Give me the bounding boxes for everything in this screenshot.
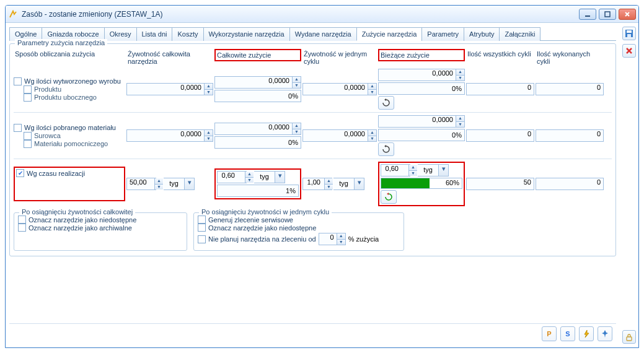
chk-gen-service-order[interactable]: Generuj zlecenie serwisowe [198,216,400,224]
tab-załączniki[interactable]: Załączniki [499,27,540,41]
reset-icon[interactable] [381,190,397,204]
save-button[interactable] [622,27,636,40]
app-icon [8,9,18,19]
reset-icon[interactable] [378,96,394,110]
chk-aux[interactable]: Materiału pomocniczego [24,140,125,148]
reset-icon[interactable] [378,142,394,156]
after-total-group: Po osiągnięciu żywotności całkowitej Ozn… [14,212,187,251]
unit-label: tyg [164,178,185,190]
r2-done-cycles[interactable]: 0 [536,129,604,142]
chk-by-time[interactable]: ✔Wg czasu realizacji [16,169,123,177]
col-total-wear-highlight: Całkowite zużycie [214,49,301,61]
r1-cycle-life[interactable]: 0,0000 [302,83,377,95]
r2-current-wear[interactable]: 0,0000 [378,115,465,128]
r1-all-cycles[interactable]: 0 [466,83,534,95]
chk-no-plan-from[interactable]: Nie planuj narzędzia na zleceniu od [198,235,316,243]
r3-all-cycles[interactable]: 50 [466,178,534,190]
col-all-cycles: Ilość wszystkich cykli [466,49,534,61]
close-button[interactable] [619,9,636,20]
svg-rect-5 [627,337,632,341]
chk-raw[interactable]: Surowca [24,132,125,140]
tab-zużycie-narzędzia[interactable]: Zużycie narzędzia [356,27,423,41]
window-title: Zasób - zostanie zmieniony (ZESTAW_1A) [22,10,579,19]
svg-rect-1 [605,12,610,17]
lightning-button[interactable] [579,326,594,341]
col-current-wear-highlight: Bieżące zużycie [378,49,465,61]
footer-s-button[interactable]: S [560,326,575,341]
titlebar: Zasób - zostanie zmieniony (ZESTAW_1A) [6,6,638,23]
r2-cycle-life[interactable]: 0,0000 [302,129,377,142]
tab-wykorzystanie-narzędzia[interactable]: Wykorzystanie narzędzia [203,27,290,41]
r2-total-wear[interactable]: 0,0000 [214,123,301,135]
tab-koszty[interactable]: Koszty [172,27,203,41]
spinner[interactable]: ▲▼ [204,84,213,95]
r3-total-wear[interactable]: 0,60 [217,171,247,183]
tab-parametry[interactable]: Parametry [421,27,464,41]
chk-by-material-qty[interactable]: Wg ilości pobranego materiału [14,124,125,132]
lock-icon[interactable] [622,330,636,344]
r2-all-cycles[interactable]: 0 [466,129,534,142]
unit-dropdown[interactable]: ▾ [275,171,285,183]
minimize-button[interactable] [579,9,596,20]
group-label: Parametry zużycia narzędzia [15,39,107,46]
after-cycle-group: Po osiągnięciu żywotności w jednym cyklu… [193,212,404,251]
chk-byproduct[interactable]: Produktu ubocznego [24,94,125,102]
maximize-button[interactable] [599,9,616,20]
r1-total-life[interactable]: 0,0000 [126,83,213,95]
unit-dropdown[interactable]: ▾ [439,164,449,176]
wear-params-group: Parametry zużycia narzędzia Sposób oblic… [9,43,616,256]
r2-total-pct: 0% [214,136,301,149]
col-total-life: Żywotność całkowita narzędzia [126,49,213,69]
col-cycle-life: Żywotność w jednym cyklu [302,49,377,69]
footer-p-button[interactable]: P [542,326,557,341]
tab-wydane-narzędzia[interactable]: Wydane narzędzia [289,27,357,41]
svg-rect-4 [627,34,631,37]
tab-lista-dni[interactable]: Lista dni [136,27,173,41]
svg-rect-3 [627,30,632,33]
chk-product[interactable]: Produktu [24,85,125,94]
col-method: Sposób obliczania zużycia [14,49,125,61]
r1-total-wear[interactable]: 0,0000 [214,76,301,89]
unit-dropdown[interactable]: ▾ [355,178,364,190]
r1-current-wear[interactable]: 0,0000 [378,69,465,81]
r1-current-pct: 0% [378,82,465,95]
side-toolbar [620,23,638,347]
tab-atrybuty[interactable]: Atrybuty [464,27,500,41]
checkbox-checked-icon: ✔ [16,169,24,177]
chk-mark-unavailable-cycle[interactable]: Oznacz narzędzie jako niedostępne [198,224,400,232]
svg-rect-0 [585,15,590,17]
col-done-cycles: Ilość wykonanych cykli [536,49,604,69]
current-wear-progress: 60% [381,178,462,189]
r3-done-cycles[interactable]: 0 [536,178,604,190]
chk-by-product-qty[interactable]: Wg ilości wytworzonego wyrobu [14,77,125,85]
r3-current-wear[interactable]: 0,60 [381,164,410,176]
chk-mark-unavailable-total[interactable]: Oznacz narzędzie jako niedostępne [18,216,183,224]
r3-total-pct: 1% [217,185,299,197]
r3-total-life[interactable]: 50,00 [126,178,156,190]
unit-dropdown[interactable]: ▾ [185,178,195,190]
r2-current-pct: 0% [378,129,465,141]
pin-button[interactable] [598,326,612,341]
app-window: Zasób - zostanie zmieniony (ZESTAW_1A) O… [5,5,639,348]
tab-okresy[interactable]: Okresy [104,27,137,41]
r1-total-pct: 0% [214,90,301,102]
r1-done-cycles[interactable]: 0 [536,83,604,95]
chk-mark-archival[interactable]: Oznacz narzędzie jako archiwalne [18,224,183,232]
cancel-button[interactable] [622,44,636,58]
footer-bar: P S [9,323,616,344]
r2-total-life[interactable]: 0,0000 [126,129,213,142]
